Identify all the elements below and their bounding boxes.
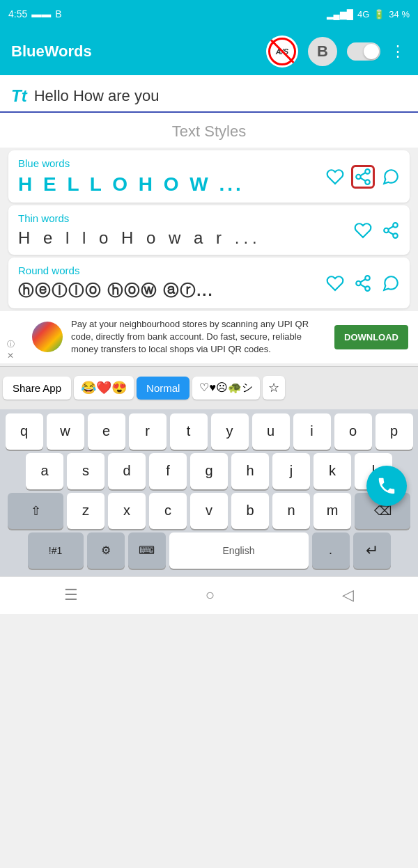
blue-words-actions bbox=[323, 165, 403, 189]
phone-fab-button[interactable] bbox=[366, 466, 407, 506]
ad-banner: ⓘ ✕ Pay at your neighbourhood stores by … bbox=[0, 311, 418, 363]
numbers-key[interactable]: !#1 bbox=[28, 532, 84, 569]
section-title: Text Styles bbox=[0, 113, 418, 148]
b-icon-button[interactable]: B bbox=[308, 37, 337, 66]
keyboard-row-2: a s d f g h j k l bbox=[3, 453, 415, 489]
key-r[interactable]: r bbox=[129, 413, 167, 450]
key-b[interactable]: b bbox=[231, 493, 269, 529]
key-w[interactable]: w bbox=[47, 413, 84, 450]
shift-key[interactable]: ⇧ bbox=[8, 493, 63, 529]
key-p[interactable]: p bbox=[376, 413, 413, 450]
key-c[interactable]: c bbox=[149, 493, 187, 529]
main-text-input[interactable] bbox=[34, 87, 407, 105]
svg-point-10 bbox=[365, 276, 370, 281]
symbols-button[interactable]: ♡♥☹🐢シ bbox=[192, 377, 260, 400]
space-key[interactable]: English bbox=[169, 532, 309, 569]
svg-line-3 bbox=[360, 177, 365, 180]
key-q[interactable]: q bbox=[6, 413, 43, 450]
status-carrier: B bbox=[55, 8, 61, 19]
blue-words-card: Blue words H E L L O H O W ... bbox=[8, 150, 410, 203]
key-y[interactable]: y bbox=[211, 413, 249, 450]
emoji-button[interactable]: 😂❤️😍 bbox=[74, 376, 134, 400]
key-t[interactable]: t bbox=[170, 413, 208, 450]
round-words-share-button[interactable] bbox=[351, 271, 375, 295]
svg-point-6 bbox=[384, 228, 389, 232]
svg-line-14 bbox=[360, 279, 365, 282]
tt-icon: Tt bbox=[11, 86, 27, 106]
battery-icon: 🔋 bbox=[373, 9, 385, 19]
key-g[interactable]: g bbox=[190, 453, 228, 489]
key-j[interactable]: j bbox=[272, 453, 310, 489]
svg-line-4 bbox=[360, 173, 365, 175]
keyboard-toolbar: Share App 😂❤️😍 Normal ♡♥☹🐢シ ☆ bbox=[0, 366, 418, 409]
thin-words-label: Thin words bbox=[18, 212, 400, 224]
top-bar: BlueWords A/S B ⋮ bbox=[0, 28, 418, 75]
key-f[interactable]: f bbox=[149, 453, 187, 489]
download-button[interactable]: DOWNLOAD bbox=[334, 325, 408, 349]
blue-words-like-button[interactable] bbox=[323, 165, 347, 189]
text-input-area: Tt bbox=[0, 75, 418, 113]
thin-words-share-button[interactable] bbox=[379, 219, 403, 242]
key-d[interactable]: d bbox=[108, 453, 146, 489]
toggle-switch[interactable] bbox=[347, 42, 380, 61]
signal-icon: ▂▄▆█ bbox=[327, 9, 353, 19]
key-i[interactable]: i bbox=[293, 413, 331, 450]
ad-close-area: ⓘ ✕ bbox=[7, 339, 15, 361]
round-words-like-button[interactable] bbox=[323, 271, 347, 295]
key-h[interactable]: h bbox=[231, 453, 269, 489]
thin-words-actions bbox=[351, 219, 403, 242]
keyboard-row-3: ⇧ z x c v b n m ⌫ bbox=[3, 493, 415, 529]
blue-words-share-button[interactable] bbox=[351, 165, 375, 189]
enter-key[interactable]: ↵ bbox=[353, 532, 391, 569]
star-button[interactable]: ☆ bbox=[263, 376, 285, 400]
nav-home-icon[interactable]: ○ bbox=[206, 586, 215, 604]
nav-back-icon[interactable]: ◁ bbox=[342, 586, 354, 604]
key-v[interactable]: v bbox=[190, 493, 228, 529]
globe-key[interactable]: ⌨ bbox=[128, 532, 166, 569]
svg-point-7 bbox=[393, 233, 398, 238]
key-m[interactable]: m bbox=[314, 493, 351, 529]
key-n[interactable]: n bbox=[272, 493, 310, 529]
share-app-button[interactable]: Share App bbox=[3, 377, 71, 400]
key-o[interactable]: o bbox=[334, 413, 372, 450]
nav-bar: ☰ ○ ◁ bbox=[0, 576, 418, 614]
key-s[interactable]: s bbox=[67, 453, 104, 489]
network-type: 4G bbox=[357, 9, 369, 19]
svg-line-8 bbox=[388, 231, 393, 234]
svg-point-1 bbox=[356, 174, 361, 179]
status-time: 4:55 bbox=[8, 8, 27, 19]
key-z[interactable]: z bbox=[67, 493, 104, 529]
keyboard-row-1: q w e r t y u i o p bbox=[3, 413, 415, 450]
battery-level: 34 % bbox=[389, 9, 410, 19]
thin-words-like-button[interactable] bbox=[351, 219, 375, 242]
thin-words-preview: H e l l o H o w a r ... bbox=[18, 228, 400, 248]
round-words-whatsapp-button[interactable] bbox=[379, 271, 403, 295]
keyboard: q w e r t y u i o p a s d f g h j k l ⇧ … bbox=[0, 409, 418, 576]
key-u[interactable]: u bbox=[252, 413, 290, 450]
svg-point-5 bbox=[393, 223, 398, 228]
blue-words-whatsapp-button[interactable] bbox=[379, 165, 403, 189]
ad-logo bbox=[32, 322, 63, 352]
ad-close-button[interactable]: ✕ bbox=[7, 351, 15, 361]
nav-menu-icon[interactable]: ☰ bbox=[64, 586, 78, 604]
key-a[interactable]: a bbox=[26, 453, 63, 489]
status-sim: ▬▬ bbox=[31, 8, 51, 19]
svg-point-0 bbox=[365, 169, 370, 174]
svg-point-11 bbox=[356, 281, 361, 285]
round-words-actions bbox=[323, 271, 403, 295]
keyboard-row-4: !#1 ⚙ ⌨ English . ↵ bbox=[3, 532, 415, 569]
ad-info-icon[interactable]: ⓘ bbox=[7, 339, 15, 349]
thin-words-card: Thin words H e l l o H o w a r ... bbox=[8, 205, 410, 255]
key-x[interactable]: x bbox=[108, 493, 146, 529]
key-k[interactable]: k bbox=[314, 453, 351, 489]
round-words-card: Round words ⓗⓔⓛⓛⓞ ⓗⓞⓦ ⓐⓡ... bbox=[8, 258, 410, 308]
key-e[interactable]: e bbox=[88, 413, 125, 450]
no-ads-button[interactable]: A/S bbox=[266, 35, 298, 68]
ad-text: Pay at your neighbourhood stores by scan… bbox=[71, 318, 326, 356]
menu-dots-button[interactable]: ⋮ bbox=[390, 42, 407, 61]
period-key[interactable]: . bbox=[312, 532, 350, 569]
status-bar: 4:55 ▬▬ B ▂▄▆█ 4G 🔋 34 % bbox=[0, 0, 418, 28]
no-ads-label: A/S bbox=[276, 47, 288, 56]
settings-key[interactable]: ⚙ bbox=[87, 532, 125, 569]
normal-button[interactable]: Normal bbox=[137, 377, 189, 400]
